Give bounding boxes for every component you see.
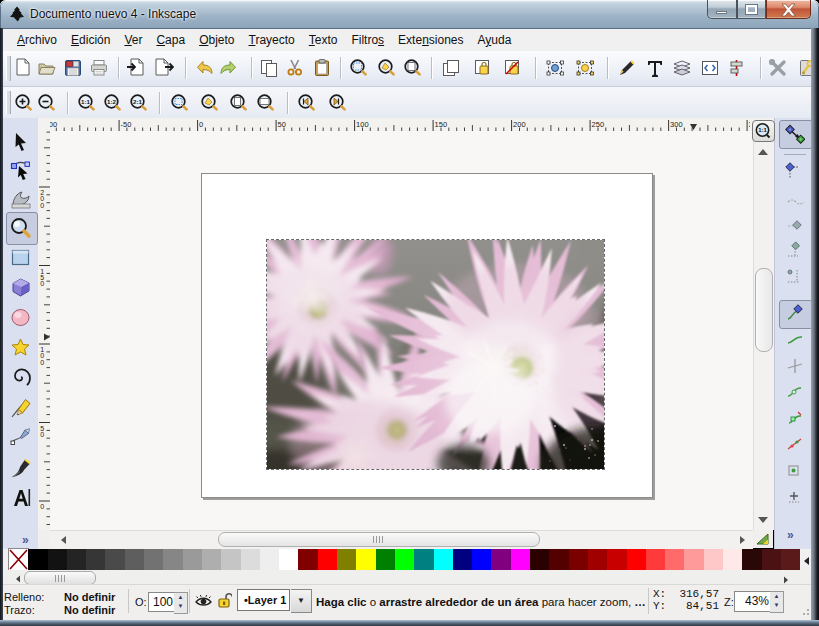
svg-text:0: 0 <box>40 359 44 366</box>
svg-text:2:1: 2:1 <box>133 98 143 105</box>
svg-text:1:1: 1:1 <box>758 127 767 133</box>
svg-text:0: 0 <box>40 202 44 209</box>
svg-text:0: 0 <box>199 120 203 129</box>
svg-text:0: 0 <box>40 503 44 510</box>
svg-text:0: 0 <box>40 280 44 287</box>
svg-text:1:1: 1:1 <box>81 98 91 105</box>
svg-text:-50: -50 <box>121 120 132 129</box>
svg-text:1:2: 1:2 <box>107 98 117 105</box>
svg-text:0: 0 <box>40 431 44 438</box>
svg-text:50: 50 <box>278 120 286 129</box>
